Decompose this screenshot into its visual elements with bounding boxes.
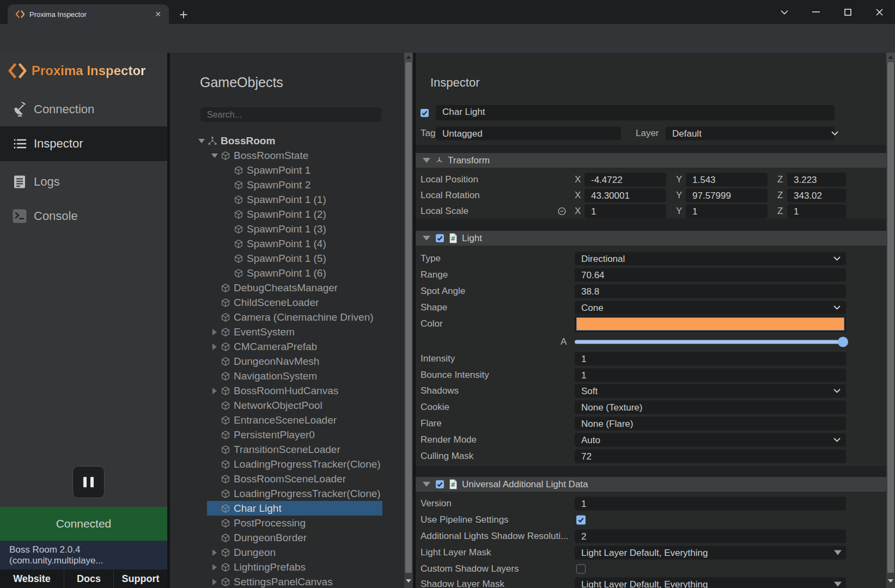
tree-item[interactable]: LightingPrefabs — [207, 560, 382, 574]
position-y-field[interactable]: 1.543 — [686, 173, 768, 187]
position-x-field[interactable]: -4.4722 — [585, 173, 666, 187]
alpha-slider[interactable] — [575, 340, 846, 344]
footer-link-support[interactable]: Support — [113, 569, 167, 588]
chevron-right-icon[interactable] — [212, 388, 217, 394]
gameobject-enabled-checkbox[interactable] — [421, 109, 429, 117]
tree-item[interactable]: SpawnPoint 1 (3) — [220, 222, 382, 236]
sidebar-item-inspector[interactable]: Inspector — [0, 126, 167, 161]
new-tab-button[interactable] — [178, 9, 190, 21]
tree-item[interactable]: NetworkObjectPool — [207, 398, 382, 413]
color-field[interactable] — [575, 316, 846, 332]
search-input[interactable] — [200, 107, 381, 122]
color-swatch[interactable] — [576, 317, 844, 330]
tree-item[interactable]: ChildSceneLoader — [207, 295, 382, 310]
scroll-down-button[interactable] — [886, 577, 895, 585]
link-icon[interactable] — [557, 207, 567, 216]
chevron-down-icon[interactable] — [211, 154, 218, 158]
window-close-button[interactable] — [863, 0, 895, 24]
chevron-right-icon[interactable] — [212, 329, 217, 335]
scroll-up-button[interactable] — [404, 53, 413, 62]
pause-button[interactable] — [72, 466, 105, 498]
sidebar-item-connection[interactable]: Connection — [0, 94, 167, 125]
layer-dropdown[interactable]: Default — [666, 127, 835, 140]
footer-link-website[interactable]: Website — [0, 569, 64, 588]
scroll-down-button[interactable] — [404, 577, 413, 585]
tree-item[interactable]: CMCameraPrefab — [207, 339, 382, 354]
tree-item[interactable]: SpawnPoint 1 — [220, 163, 382, 177]
tree-item[interactable]: TransitionSceneLoader — [207, 442, 382, 457]
chevron-down-icon[interactable] — [423, 236, 430, 241]
tree-item[interactable]: BossRoomState — [207, 148, 382, 163]
cookie-field[interactable]: None (Texture) — [575, 401, 846, 414]
tree-item[interactable]: DungeonBorder — [207, 530, 382, 545]
window-maximize-button[interactable] — [832, 0, 863, 24]
gameobjects-scrollbar[interactable] — [404, 53, 413, 588]
chevron-right-icon[interactable] — [212, 549, 217, 556]
sidebar-item-logs[interactable]: Logs — [0, 166, 167, 198]
tree-item[interactable]: PersistentPlayer0 — [207, 427, 382, 442]
tab-search-chevron-icon[interactable] — [769, 0, 800, 24]
tag-field[interactable]: Untagged — [436, 127, 621, 140]
light-type-dropdown[interactable]: Directional — [575, 252, 846, 266]
tree-item[interactable]: SpawnPoint 1 (6) — [220, 266, 382, 280]
version-field[interactable]: 1 — [575, 497, 846, 511]
render-mode-dropdown[interactable]: Auto — [575, 433, 846, 447]
shape-dropdown[interactable]: Cone — [575, 301, 846, 315]
tree-item[interactable]: SpawnPoint 2 — [220, 177, 382, 192]
custom-shadow-layers-checkbox[interactable] — [576, 565, 586, 574]
gameobject-name-field[interactable]: Char Light — [436, 105, 835, 120]
position-z-field[interactable]: 3.223 — [787, 173, 846, 187]
tree-item[interactable]: SpawnPoint 1 (4) — [220, 236, 382, 251]
culling-mask-field[interactable]: 72 — [575, 450, 846, 463]
uald-section-header[interactable]: # Universal Additional Light Data — [416, 477, 886, 492]
chevron-down-icon[interactable] — [423, 482, 430, 487]
scrollbar-thumb[interactable] — [887, 62, 894, 573]
chevron-down-icon[interactable] — [423, 158, 430, 163]
tree-item[interactable]: LoadingProgressTracker(Clone) — [207, 486, 382, 501]
tree-item[interactable]: SpawnPoint 1 (5) — [220, 251, 382, 266]
light-layer-mask-dropdown[interactable]: Light Layer Default, Everything — [575, 546, 846, 560]
rotation-y-field[interactable]: 97.57999 — [686, 189, 768, 203]
tree-item[interactable]: LoadingProgressTracker(Clone) — [207, 457, 382, 471]
spot-angle-field[interactable]: 38.8 — [575, 285, 846, 298]
tree-item[interactable]: Camera (Cinemachine Driven) — [207, 310, 382, 324]
inspector-scrollbar[interactable] — [886, 53, 895, 588]
scale-z-field[interactable]: 1 — [787, 205, 846, 218]
footer-link-docs[interactable]: Docs — [64, 569, 113, 588]
chevron-right-icon[interactable] — [212, 579, 217, 585]
shadows-dropdown[interactable]: Soft — [575, 384, 846, 398]
tree-item[interactable]: BossRoomSceneLoader — [207, 471, 382, 486]
tree-item[interactable]: BossRoomHudCanvas — [207, 383, 382, 398]
use-pipeline-settings-checkbox[interactable] — [576, 516, 586, 525]
light-enabled-checkbox[interactable] — [436, 234, 444, 242]
shadow-layer-mask-dropdown[interactable]: Light Layer Default, Everything — [575, 578, 846, 588]
tree-item[interactable]: DungeonNavMesh — [207, 354, 382, 369]
shadow-resolution-field[interactable]: 2 — [575, 530, 846, 543]
flare-field[interactable]: None (Flare) — [575, 417, 846, 431]
tree-item[interactable]: Char Light — [207, 501, 382, 516]
tree-item[interactable]: PostProcessing — [207, 516, 382, 530]
alpha-slider-thumb[interactable] — [838, 337, 848, 347]
uald-enabled-checkbox[interactable] — [436, 480, 444, 488]
rotation-z-field[interactable]: 343.02 — [787, 189, 846, 203]
tree-item[interactable]: EventSystem — [207, 324, 382, 339]
tree-item[interactable]: NavigationSystem — [207, 369, 382, 383]
range-field[interactable]: 70.64 — [575, 268, 846, 282]
tree-item[interactable]: SpawnPoint 1 (2) — [220, 207, 382, 222]
tree-item[interactable]: EntranceSceneLoader — [207, 413, 382, 427]
scale-x-field[interactable]: 1 — [585, 205, 666, 218]
scale-y-field[interactable]: 1 — [686, 205, 768, 218]
chevron-right-icon[interactable] — [212, 564, 217, 571]
chevron-down-icon[interactable] — [198, 139, 205, 143]
tree-item[interactable]: SettingsPanelCanvas — [207, 574, 382, 588]
sidebar-item-console[interactable]: Console — [0, 200, 167, 232]
tree-item[interactable]: DebugCheatsManager — [207, 280, 382, 295]
tree-item[interactable]: SpawnPoint 1 (1) — [220, 192, 382, 207]
browser-tab[interactable]: Proxima Inspector ✕ — [8, 4, 169, 24]
chevron-right-icon[interactable] — [212, 344, 217, 350]
bounce-intensity-field[interactable]: 1 — [575, 369, 846, 382]
transform-section-header[interactable]: Transform — [416, 153, 886, 168]
scroll-up-button[interactable] — [886, 53, 895, 62]
light-section-header[interactable]: # Light — [416, 231, 886, 246]
intensity-field[interactable]: 1 — [575, 352, 846, 366]
